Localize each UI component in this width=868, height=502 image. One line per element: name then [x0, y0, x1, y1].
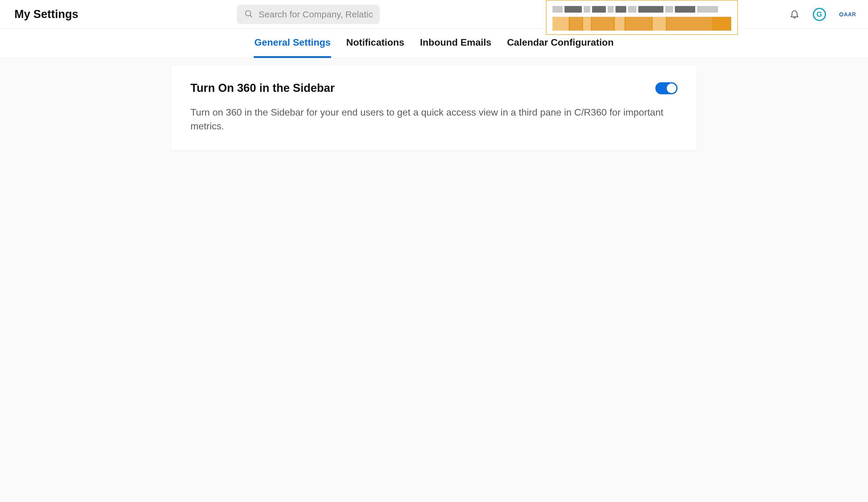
page-title: My Settings [14, 8, 78, 21]
notification-banner-redacted[interactable] [546, 0, 738, 35]
tab-notifications[interactable]: Notifications [345, 29, 405, 58]
search-box[interactable] [237, 5, 380, 24]
tab-inbound-emails[interactable]: Inbound Emails [419, 29, 492, 58]
header-actions: G AAR [789, 0, 856, 29]
toggle-knob [667, 83, 676, 93]
card-header: Turn On 360 in the Sidebar [190, 82, 678, 94]
tab-general-settings[interactable]: General Settings [254, 29, 331, 58]
user-avatar[interactable]: G [813, 8, 826, 21]
search-icon [244, 9, 259, 20]
brand-logo-icon [839, 12, 844, 17]
global-search [237, 5, 380, 24]
sidebar-360-card: Turn On 360 in the Sidebar Turn on 360 i… [171, 66, 697, 150]
notifications-icon[interactable] [789, 9, 799, 20]
search-input[interactable] [259, 9, 372, 20]
card-description: Turn on 360 in the Sidebar for your end … [190, 106, 678, 133]
brand-logo-text: AAR [844, 11, 856, 18]
svg-point-0 [245, 10, 251, 16]
app-header: My Settings [0, 0, 868, 29]
card-title: Turn On 360 in the Sidebar [190, 82, 335, 94]
settings-content: Turn On 360 in the Sidebar Turn on 360 i… [0, 58, 868, 150]
svg-line-1 [250, 15, 252, 17]
sidebar-360-toggle[interactable] [655, 82, 678, 94]
brand-logo[interactable]: AAR [839, 11, 856, 18]
